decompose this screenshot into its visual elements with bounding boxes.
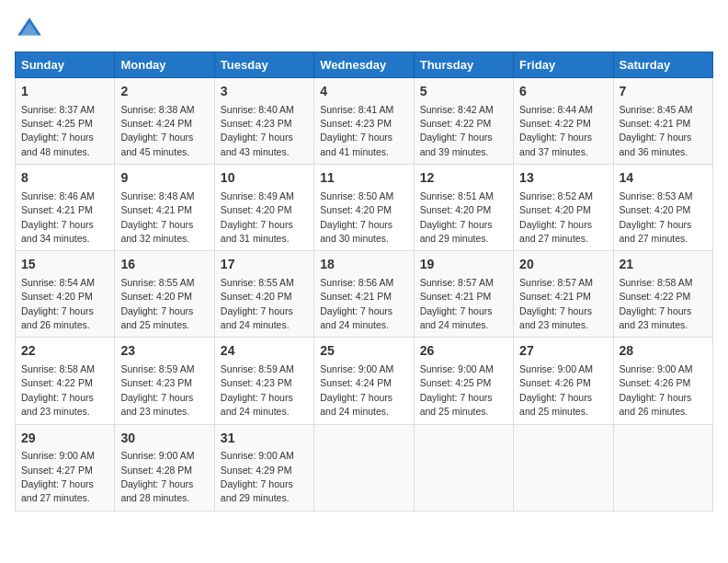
calendar-cell: 20 Sunrise: 8:57 AMSunset: 4:21 PMDaylig…	[514, 251, 613, 338]
calendar-cell: 8 Sunrise: 8:46 AMSunset: 4:21 PMDayligh…	[16, 165, 115, 251]
day-number: 27	[519, 342, 607, 361]
day-info: Sunrise: 8:59 AMSunset: 4:23 PMDaylight:…	[120, 363, 194, 417]
day-header-tuesday: Tuesday	[214, 52, 313, 78]
day-number: 20	[519, 256, 607, 274]
day-info: Sunrise: 8:52 AMSunset: 4:20 PMDaylight:…	[519, 190, 593, 244]
day-header-wednesday: Wednesday	[314, 52, 414, 78]
day-info: Sunrise: 8:51 AMSunset: 4:20 PMDaylight:…	[420, 190, 494, 244]
day-info: Sunrise: 8:37 AMSunset: 4:25 PMDaylight:…	[21, 104, 95, 157]
day-info: Sunrise: 9:00 AMSunset: 4:29 PMDaylight:…	[221, 450, 294, 503]
day-number: 3	[221, 83, 308, 101]
calendar-cell: 27 Sunrise: 9:00 AMSunset: 4:26 PMDaylig…	[514, 338, 613, 424]
calendar-header-row: SundayMondayTuesdayWednesdayThursdayFrid…	[16, 52, 713, 78]
week-row-1: 1 Sunrise: 8:37 AMSunset: 4:25 PMDayligh…	[16, 78, 713, 165]
header	[15, 15, 713, 44]
logo-icon	[15, 15, 44, 44]
calendar-cell: 28 Sunrise: 9:00 AMSunset: 4:26 PMDaylig…	[613, 338, 712, 424]
calendar-cell: 1 Sunrise: 8:37 AMSunset: 4:25 PMDayligh…	[16, 78, 115, 165]
calendar-cell: 30 Sunrise: 9:00 AMSunset: 4:28 PMDaylig…	[115, 424, 214, 511]
day-number: 14	[620, 169, 707, 188]
day-number: 6	[519, 83, 607, 101]
day-info: Sunrise: 8:58 AMSunset: 4:22 PMDaylight:…	[21, 363, 95, 417]
week-row-2: 8 Sunrise: 8:46 AMSunset: 4:21 PMDayligh…	[16, 165, 713, 251]
day-info: Sunrise: 8:45 AMSunset: 4:21 PMDaylight:…	[620, 104, 693, 157]
day-number: 12	[420, 169, 507, 188]
calendar-cell: 11 Sunrise: 8:50 AMSunset: 4:20 PMDaylig…	[314, 165, 414, 251]
calendar-cell	[613, 424, 712, 511]
day-number: 17	[221, 256, 308, 274]
day-number: 7	[620, 83, 707, 101]
day-info: Sunrise: 8:40 AMSunset: 4:23 PMDaylight:…	[221, 104, 294, 157]
day-info: Sunrise: 8:59 AMSunset: 4:23 PMDaylight:…	[221, 363, 294, 417]
calendar-cell: 19 Sunrise: 8:57 AMSunset: 4:21 PMDaylig…	[414, 251, 513, 338]
calendar-cell: 6 Sunrise: 8:44 AMSunset: 4:22 PMDayligh…	[514, 78, 613, 165]
calendar-cell	[514, 424, 613, 511]
week-row-4: 22 Sunrise: 8:58 AMSunset: 4:22 PMDaylig…	[16, 338, 713, 424]
day-info: Sunrise: 9:00 AMSunset: 4:26 PMDaylight:…	[519, 363, 593, 417]
week-row-5: 29 Sunrise: 9:00 AMSunset: 4:27 PMDaylig…	[16, 424, 713, 511]
day-info: Sunrise: 9:00 AMSunset: 4:27 PMDaylight:…	[21, 450, 95, 503]
day-number: 2	[120, 83, 208, 101]
calendar-cell: 14 Sunrise: 8:53 AMSunset: 4:20 PMDaylig…	[613, 165, 712, 251]
day-info: Sunrise: 8:57 AMSunset: 4:21 PMDaylight:…	[420, 277, 494, 330]
day-number: 24	[221, 342, 308, 361]
calendar-cell	[414, 424, 513, 511]
calendar-table: SundayMondayTuesdayWednesdayThursdayFrid…	[15, 52, 713, 511]
day-header-saturday: Saturday	[613, 52, 712, 78]
day-number: 19	[420, 256, 507, 274]
calendar-cell	[314, 424, 414, 511]
day-header-friday: Friday	[514, 52, 613, 78]
calendar-cell: 13 Sunrise: 8:52 AMSunset: 4:20 PMDaylig…	[514, 165, 613, 251]
day-info: Sunrise: 8:55 AMSunset: 4:20 PMDaylight:…	[120, 277, 194, 330]
day-number: 15	[21, 256, 108, 274]
day-info: Sunrise: 8:41 AMSunset: 4:23 PMDaylight:…	[320, 104, 393, 157]
day-number: 22	[21, 342, 108, 361]
calendar-cell: 12 Sunrise: 8:51 AMSunset: 4:20 PMDaylig…	[414, 165, 513, 251]
day-info: Sunrise: 8:42 AMSunset: 4:22 PMDaylight:…	[420, 104, 494, 157]
calendar-cell: 24 Sunrise: 8:59 AMSunset: 4:23 PMDaylig…	[214, 338, 313, 424]
week-row-3: 15 Sunrise: 8:54 AMSunset: 4:20 PMDaylig…	[16, 251, 713, 338]
day-info: Sunrise: 9:00 AMSunset: 4:26 PMDaylight:…	[620, 363, 693, 417]
calendar-cell: 15 Sunrise: 8:54 AMSunset: 4:20 PMDaylig…	[16, 251, 115, 338]
day-number: 1	[21, 83, 108, 101]
calendar-cell: 17 Sunrise: 8:55 AMSunset: 4:20 PMDaylig…	[214, 251, 313, 338]
day-info: Sunrise: 8:46 AMSunset: 4:21 PMDaylight:…	[21, 190, 95, 244]
day-info: Sunrise: 9:00 AMSunset: 4:25 PMDaylight:…	[420, 363, 494, 417]
day-header-thursday: Thursday	[414, 52, 513, 78]
calendar-cell: 16 Sunrise: 8:55 AMSunset: 4:20 PMDaylig…	[115, 251, 214, 338]
day-number: 23	[120, 342, 208, 361]
calendar-cell: 10 Sunrise: 8:49 AMSunset: 4:20 PMDaylig…	[214, 165, 313, 251]
day-info: Sunrise: 9:00 AMSunset: 4:28 PMDaylight:…	[120, 450, 194, 503]
day-info: Sunrise: 9:00 AMSunset: 4:24 PMDaylight:…	[320, 363, 393, 417]
calendar-body: 1 Sunrise: 8:37 AMSunset: 4:25 PMDayligh…	[16, 78, 713, 511]
day-number: 21	[620, 256, 707, 274]
calendar-cell: 29 Sunrise: 9:00 AMSunset: 4:27 PMDaylig…	[16, 424, 115, 511]
day-info: Sunrise: 8:44 AMSunset: 4:22 PMDaylight:…	[519, 104, 593, 157]
day-number: 13	[519, 169, 607, 188]
day-info: Sunrise: 8:50 AMSunset: 4:20 PMDaylight:…	[320, 190, 393, 244]
day-header-monday: Monday	[115, 52, 214, 78]
day-info: Sunrise: 8:48 AMSunset: 4:21 PMDaylight:…	[120, 190, 194, 244]
day-number: 10	[221, 169, 308, 188]
calendar-cell: 25 Sunrise: 9:00 AMSunset: 4:24 PMDaylig…	[314, 338, 414, 424]
day-number: 25	[320, 342, 407, 361]
calendar-cell: 9 Sunrise: 8:48 AMSunset: 4:21 PMDayligh…	[115, 165, 214, 251]
day-number: 4	[320, 83, 407, 101]
calendar-cell: 3 Sunrise: 8:40 AMSunset: 4:23 PMDayligh…	[214, 78, 313, 165]
day-number: 8	[21, 169, 108, 188]
day-number: 30	[120, 430, 208, 448]
day-info: Sunrise: 8:55 AMSunset: 4:20 PMDaylight:…	[221, 277, 294, 330]
calendar-cell: 4 Sunrise: 8:41 AMSunset: 4:23 PMDayligh…	[314, 78, 414, 165]
day-info: Sunrise: 8:56 AMSunset: 4:21 PMDaylight:…	[320, 277, 393, 330]
day-info: Sunrise: 8:57 AMSunset: 4:21 PMDaylight:…	[519, 277, 593, 330]
day-info: Sunrise: 8:54 AMSunset: 4:20 PMDaylight:…	[21, 277, 95, 330]
calendar-cell: 18 Sunrise: 8:56 AMSunset: 4:21 PMDaylig…	[314, 251, 414, 338]
day-number: 28	[620, 342, 707, 361]
day-info: Sunrise: 8:38 AMSunset: 4:24 PMDaylight:…	[120, 104, 194, 157]
day-number: 16	[120, 256, 208, 274]
day-header-sunday: Sunday	[16, 52, 115, 78]
calendar-cell: 26 Sunrise: 9:00 AMSunset: 4:25 PMDaylig…	[414, 338, 513, 424]
calendar-cell: 22 Sunrise: 8:58 AMSunset: 4:22 PMDaylig…	[16, 338, 115, 424]
day-number: 5	[420, 83, 507, 101]
day-number: 11	[320, 169, 407, 188]
